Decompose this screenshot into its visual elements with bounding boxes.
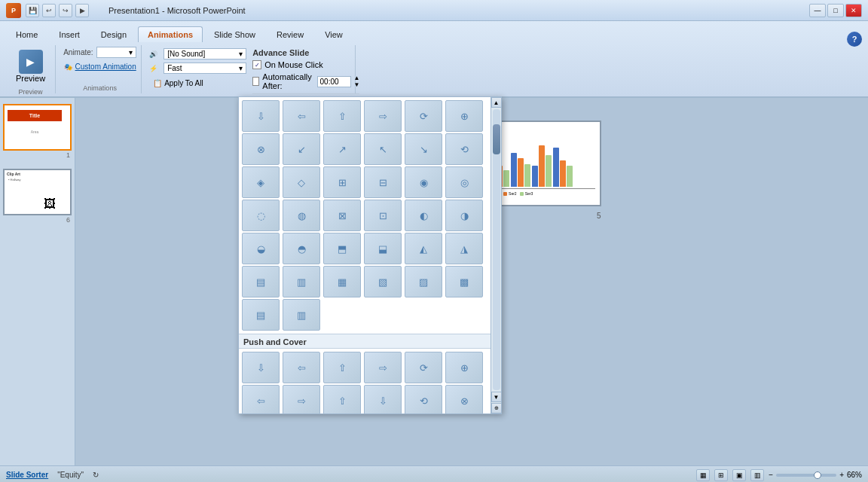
- trans-item[interactable]: ▨: [405, 266, 442, 297]
- tab-view[interactable]: View: [315, 26, 353, 42]
- chart-bar: [553, 148, 559, 187]
- trans-item[interactable]: ⇧: [323, 352, 361, 383]
- trans-item[interactable]: ◇: [283, 166, 320, 198]
- trans-item[interactable]: ◈: [242, 166, 280, 198]
- trans-item[interactable]: ▧: [364, 266, 402, 297]
- trans-item[interactable]: ⟲: [445, 133, 483, 165]
- slide-thumb-1[interactable]: Title Area 1: [3, 104, 72, 160]
- apply-to-all-button[interactable]: 📋 Apply To All: [149, 77, 246, 90]
- trans-item[interactable]: ⊗: [445, 385, 483, 413]
- trans-item[interactable]: ⟳: [405, 100, 442, 132]
- zoom-thumb[interactable]: [814, 471, 821, 479]
- trans-item[interactable]: ▩: [445, 266, 483, 297]
- custom-anim-label[interactable]: Custom Animation: [75, 63, 136, 71]
- tab-review[interactable]: Review: [267, 26, 313, 42]
- trans-item[interactable]: ⊟: [364, 166, 402, 198]
- trans-item[interactable]: ▤: [242, 299, 280, 331]
- auto-after-checkbox[interactable]: [252, 77, 259, 86]
- trans-item[interactable]: ⇧: [323, 385, 361, 413]
- minimize-button[interactable]: —: [809, 4, 826, 17]
- slide-sorter-btn[interactable]: Slide Sorter: [6, 471, 48, 479]
- tab-insert[interactable]: Insert: [49, 26, 90, 42]
- animate-label: Animate:: [63, 48, 93, 56]
- time-spinner-up[interactable]: ▲▼: [354, 75, 360, 88]
- zoom-out-icon[interactable]: −: [769, 471, 773, 479]
- mouse-click-checkbox[interactable]: ✓: [252, 60, 261, 69]
- trans-item[interactable]: ◭: [405, 233, 442, 264]
- scroll-up-btn[interactable]: ▲: [491, 97, 502, 108]
- trans-item[interactable]: ◎: [445, 166, 483, 198]
- animate-combo[interactable]: ▾: [96, 47, 137, 58]
- close-button[interactable]: ✕: [845, 4, 862, 17]
- speed-combo[interactable]: Fast▾: [164, 63, 246, 74]
- chart-legend: Ser1Ser2Ser3: [487, 191, 595, 196]
- trans-item[interactable]: ▤: [242, 266, 280, 297]
- main-area: Title Area 1 Clip Art • Hallway 🖼 6 ⇩: [0, 98, 868, 465]
- trans-item[interactable]: ↙: [283, 133, 320, 165]
- trans-item[interactable]: ⇨: [364, 352, 402, 383]
- refresh-icon[interactable]: ↻: [93, 471, 99, 479]
- trans-item[interactable]: ⇩: [364, 385, 402, 413]
- trans-item[interactable]: ◮: [445, 233, 483, 264]
- trans-item[interactable]: ↖: [364, 133, 402, 165]
- view-slide-sorter-icon[interactable]: ⊞: [714, 469, 728, 481]
- trans-item[interactable]: ⇦: [283, 352, 320, 383]
- trans-item[interactable]: ⇩: [242, 100, 280, 132]
- trans-item[interactable]: ⟲: [405, 385, 442, 413]
- help-icon[interactable]: ?: [847, 32, 862, 47]
- qa-redo[interactable]: ↪: [59, 4, 72, 17]
- trans-item[interactable]: ◓: [283, 233, 320, 264]
- tab-animations[interactable]: Animations: [138, 26, 203, 42]
- trans-item[interactable]: ⬒: [323, 233, 361, 264]
- trans-item[interactable]: ⊕: [445, 100, 483, 132]
- trans-item[interactable]: ⇨: [364, 100, 402, 132]
- view-notes-icon[interactable]: ▣: [732, 469, 746, 481]
- trans-item[interactable]: ◍: [283, 200, 320, 231]
- trans-item[interactable]: ⟳: [405, 352, 442, 383]
- maximize-button[interactable]: □: [827, 4, 844, 17]
- view-presentation-icon[interactable]: ▥: [750, 469, 764, 481]
- tab-design[interactable]: Design: [91, 26, 136, 42]
- trans-item[interactable]: ⊠: [323, 200, 361, 231]
- trans-item[interactable]: ◉: [405, 166, 442, 198]
- scroll-thumb[interactable]: [493, 124, 500, 154]
- trans-item[interactable]: ⬓: [364, 233, 402, 264]
- trans-item[interactable]: ⊗: [242, 133, 280, 165]
- preview-group-label: Preview: [19, 88, 43, 96]
- legend-item: Ser2: [503, 191, 517, 196]
- trans-item[interactable]: ⇦: [242, 385, 280, 413]
- auto-time-input[interactable]: [317, 76, 351, 87]
- view-normal-icon[interactable]: ▦: [696, 469, 710, 481]
- trans-item[interactable]: ▥: [283, 299, 320, 331]
- mouse-click-row: ✓ On Mouse Click: [252, 60, 359, 69]
- trans-item[interactable]: ◌: [242, 200, 280, 231]
- qa-save[interactable]: 💾: [26, 4, 39, 17]
- preview-button[interactable]: ▶ Preview: [11, 47, 50, 86]
- zoom-slider[interactable]: [776, 474, 836, 477]
- trans-item[interactable]: ⇩: [242, 352, 280, 383]
- slide-thumb-6[interactable]: Clip Art • Hallway 🖼 6: [3, 169, 72, 224]
- trans-item[interactable]: ⊞: [323, 166, 361, 198]
- trans-item[interactable]: ⇨: [283, 385, 320, 413]
- scroll-down-btn[interactable]: ▼: [491, 392, 502, 402]
- trans-item[interactable]: ◐: [405, 200, 442, 231]
- scroll-extra-btn[interactable]: ⊕: [491, 403, 502, 413]
- zoom-in-icon[interactable]: +: [839, 471, 844, 479]
- trans-item[interactable]: ⇧: [323, 100, 361, 132]
- trans-item[interactable]: ⊡: [364, 200, 402, 231]
- slide-thumb-inner-6: Clip Art • Hallway 🖼: [3, 169, 72, 215]
- trans-item[interactable]: ▥: [283, 266, 320, 297]
- trans-item[interactable]: ▦: [323, 266, 361, 297]
- trans-item[interactable]: ↘: [405, 133, 442, 165]
- trans-item[interactable]: ⊕: [445, 352, 483, 383]
- qa-present[interactable]: ▶: [75, 4, 89, 17]
- tab-home[interactable]: Home: [6, 26, 47, 42]
- ribbon-content: ▶ Preview Preview Animate: ▾ 🎭 Custom An…: [0, 42, 868, 96]
- trans-item[interactable]: ⇦: [283, 100, 320, 132]
- trans-item[interactable]: ◑: [445, 200, 483, 231]
- trans-item[interactable]: ↗: [323, 133, 361, 165]
- tab-slideshow[interactable]: Slide Show: [204, 26, 265, 42]
- sound-combo[interactable]: [No Sound]▾: [164, 48, 246, 59]
- qa-undo[interactable]: ↩: [42, 4, 56, 17]
- trans-item[interactable]: ◒: [242, 233, 280, 264]
